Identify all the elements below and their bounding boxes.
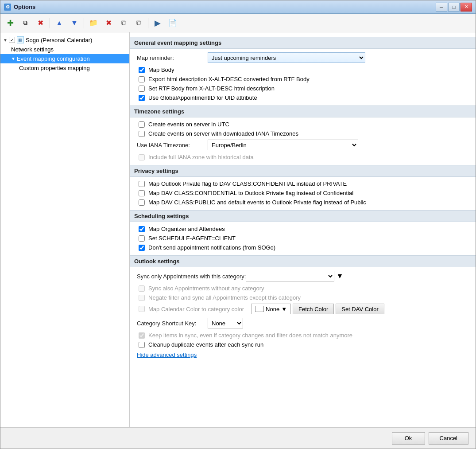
window-title: Options — [14, 4, 436, 10]
calendar-icon-sogo: ▦ — [17, 36, 24, 43]
dav-public-label: Map DAV CLASS:PUBLIC and default events … — [148, 199, 366, 206]
section-header-general: General event mapping settings — [130, 37, 476, 49]
ok-button[interactable]: Ok — [392, 432, 425, 445]
dup2-button[interactable]: ⧉ — [132, 16, 146, 30]
create-utc-checkbox[interactable] — [139, 121, 145, 128]
hide-advanced-link[interactable]: Hide advanced settings — [137, 351, 197, 358]
schedule-agent-checkbox[interactable] — [139, 235, 145, 242]
set-dav-color-button[interactable]: Set DAV Color — [336, 304, 384, 314]
dont-send-checkbox[interactable] — [139, 245, 145, 251]
sync-without-category-checkbox[interactable] — [139, 285, 145, 292]
keep-sync-checkbox[interactable] — [139, 332, 145, 339]
dav-public-checkbox[interactable] — [139, 199, 145, 206]
add-button[interactable]: ✚ — [3, 16, 17, 30]
sync-category-dropdown-arrow[interactable]: ▼ — [336, 272, 343, 280]
bottom-bar: Ok Cancel — [0, 427, 476, 449]
run-button[interactable]: ▶ — [151, 16, 165, 30]
keep-sync-label: Keep items in sync, even if category cha… — [148, 332, 352, 339]
full-iana-row: Include full IANA zone with historical d… — [137, 154, 468, 160]
iana-label: Use IANA Timezone: — [137, 142, 208, 148]
dav-confidential-checkbox[interactable] — [139, 190, 145, 196]
cleanup-label: Cleanup duplicate events after each sync… — [148, 341, 263, 348]
tree-checkbox-sogo[interactable]: ✓ — [9, 37, 15, 43]
sync-category-label: Sync only Appointments with this categor… — [137, 273, 246, 280]
tree-arrow-sogo: ▼ — [3, 38, 8, 43]
create-utc-row: Create events on server in UTC — [137, 121, 468, 128]
section-header-outlook: Outlook settings — [130, 255, 476, 267]
dav-public-row: Map DAV CLASS:PUBLIC and default events … — [137, 199, 468, 206]
color-swatch-box — [255, 306, 264, 312]
tree-item-event-mapping[interactable]: ▼ Event mapping configuration — [0, 54, 129, 63]
shortcut-select[interactable]: None — [208, 318, 243, 328]
map-cal-color-label: Map Calendar Color to category color — [148, 306, 244, 312]
left-panel: ▼ ✓ ▦ Sogo (Personal Calendar) Network s… — [0, 32, 130, 427]
tree-item-network[interactable]: Network settings — [0, 45, 129, 54]
map-reminder-select[interactable]: Just upcoming reminders — [208, 52, 365, 63]
tree-label-custom-props: Custom properties mapping — [19, 65, 90, 71]
hide-advanced-row: Hide advanced settings — [137, 351, 468, 358]
fetch-color-button[interactable]: Fetch Color — [293, 304, 334, 314]
private-confidential-checkbox[interactable] — [139, 181, 145, 187]
copy-button[interactable]: ⧉ — [18, 16, 32, 30]
map-organizer-label: Map Organizer and Attendees — [148, 226, 225, 232]
color-swatch-label: None — [266, 306, 279, 312]
set-rtf-label: Set RTF Body from X-ALT-DESC html descri… — [148, 85, 275, 92]
map-body-label: Map Body — [148, 66, 174, 73]
minimize-button[interactable]: ─ — [436, 3, 447, 12]
tree-arrow-event: ▼ — [11, 56, 15, 61]
tree-label-sogo: Sogo (Personal Calendar) — [26, 37, 92, 43]
negate-filter-checkbox[interactable] — [139, 295, 145, 301]
use-globalid-checkbox[interactable] — [139, 95, 145, 101]
map-body-checkbox[interactable] — [139, 67, 145, 73]
map-reminder-label: Map reminder: — [137, 55, 208, 61]
dup-button[interactable]: ⧉ — [116, 16, 131, 30]
color-swatch-button[interactable]: None ▼ — [251, 304, 291, 314]
right-panel: General event mapping settings Map remin… — [130, 32, 476, 427]
negate-filter-label: Negate filter and sync all Appointments … — [148, 294, 301, 301]
private-confidential-row: Map Outlook Private flag to DAV CLASS:CO… — [137, 180, 468, 187]
map-organizer-row: Map Organizer and Attendees — [137, 226, 468, 232]
iana-select[interactable]: Europe/Berlin — [208, 140, 358, 150]
dav-confidential-label: Map DAV CLASS:CONFIDENTIAL to Outlook Pr… — [148, 190, 353, 196]
doc-button[interactable]: 📄 — [166, 16, 180, 30]
delete-button[interactable]: ✖ — [33, 16, 47, 30]
private-confidential-label: Map Outlook Private flag to DAV CLASS:CO… — [148, 180, 347, 187]
set-rtf-checkbox[interactable] — [139, 86, 145, 92]
keep-sync-row: Keep items in sync, even if category cha… — [137, 332, 468, 339]
separator-3 — [148, 18, 148, 28]
maximize-button[interactable]: □ — [448, 3, 460, 12]
cancel-button[interactable]: Cancel — [429, 432, 468, 445]
full-iana-label: Include full IANA zone with historical d… — [148, 154, 254, 160]
create-iana-label: Create events on server with downloaded … — [148, 130, 298, 137]
shortcut-label: Category Shortcut Key: — [137, 320, 208, 327]
map-organizer-checkbox[interactable] — [139, 226, 145, 232]
window-controls: ─ □ ✕ — [436, 3, 472, 12]
dont-send-row: Don't send appointment notifications (fr… — [137, 244, 468, 251]
shortcut-key-row: Category Shortcut Key: None — [137, 318, 468, 328]
up-button[interactable]: ▲ — [52, 16, 66, 30]
create-iana-checkbox[interactable] — [139, 131, 145, 137]
separator-1 — [50, 18, 50, 28]
title-bar: ⚙ Options ─ □ ✕ — [0, 0, 476, 14]
remove-button[interactable]: ✖ — [101, 16, 116, 30]
down-button[interactable]: ▼ — [67, 16, 81, 30]
map-cal-color-checkbox[interactable] — [139, 306, 145, 312]
sync-category-select[interactable] — [246, 271, 334, 281]
folder-button[interactable]: 📁 — [86, 16, 101, 30]
cleanup-row: Cleanup duplicate events after each sync… — [137, 341, 468, 348]
cleanup-checkbox[interactable] — [139, 342, 145, 348]
map-cal-color-row: Map Calendar Color to category color Non… — [137, 304, 468, 314]
section-header-privacy: Privacy settings — [130, 165, 476, 177]
section-header-timezone: Timezone settings — [130, 105, 476, 117]
schedule-agent-label: Set SCHEDULE-AGENT=CLIENT — [148, 235, 236, 242]
full-iana-checkbox[interactable] — [139, 154, 145, 160]
set-rtf-row: Set RTF Body from X-ALT-DESC html descri… — [137, 85, 468, 92]
tree-item-sogo[interactable]: ▼ ✓ ▦ Sogo (Personal Calendar) — [0, 35, 129, 45]
tree-item-custom-props[interactable]: Custom properties mapping — [0, 63, 129, 73]
close-button[interactable]: ✕ — [461, 3, 472, 12]
sync-category-row: Sync only Appointments with this categor… — [137, 271, 468, 281]
options-window: ⚙ Options ─ □ ✕ ✚ ⧉ ✖ ▲ ▼ 📁 ✖ ⧉ ⧉ ▶ 📄 ▼ … — [0, 0, 476, 449]
app-icon: ⚙ — [4, 4, 11, 11]
export-html-checkbox[interactable] — [139, 76, 145, 82]
separator-2 — [84, 18, 84, 28]
